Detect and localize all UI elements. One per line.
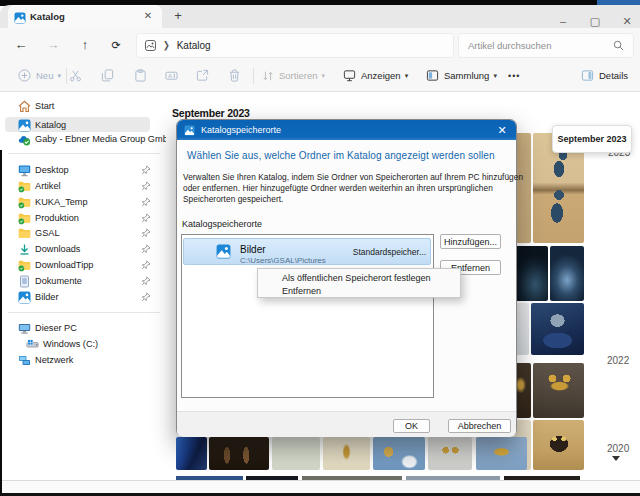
gallery-icon (18, 119, 31, 132)
up-icon[interactable]: ↑ (76, 36, 94, 54)
sidebar-item-dokumente[interactable]: Dokumente (0, 273, 166, 289)
collection-button[interactable]: Sammlung ▾ (426, 60, 497, 91)
cut-button[interactable] (69, 60, 82, 91)
share-button[interactable] (196, 60, 209, 91)
sort-label: Sortieren (279, 70, 318, 81)
photo-thumbnail[interactable] (428, 437, 472, 470)
folder-sync-icon (18, 196, 31, 209)
collection-label: Sammlung (444, 70, 489, 81)
photo-thumbnail[interactable] (323, 437, 370, 470)
sidebar-item-windows-c[interactable]: Windows (C:) (0, 336, 166, 352)
address-bar[interactable]: ❯ Katalog (136, 33, 454, 58)
svg-text:A: A (168, 73, 172, 79)
minimize-button[interactable]: – (548, 14, 578, 28)
group-header: September 2023 (172, 107, 250, 119)
forward-icon[interactable]: → (44, 36, 62, 54)
sidebar-item-dieser-pc[interactable]: Dieser PC (0, 320, 166, 336)
dialog-title: Katalogspeicherorte (201, 125, 281, 135)
breadcrumb[interactable]: Katalog (177, 40, 211, 51)
dialog-description: Verwalten Sie Ihren Katalog, indem Sie O… (183, 172, 523, 205)
desktop-icon (18, 164, 31, 177)
sidebar-item-onedrive[interactable]: Gaby - Ebner Media Group GmbH (0, 131, 166, 147)
cut-icon (69, 69, 82, 82)
details-button[interactable]: Details (581, 60, 628, 91)
sidebar-item-gsal[interactable]: GSAL (0, 225, 166, 241)
photo-thumbnail[interactable] (531, 303, 584, 355)
picture-icon (216, 244, 231, 259)
see-more-button[interactable]: ••• (508, 60, 520, 91)
photo-thumbnail[interactable] (209, 437, 269, 470)
photo-thumbnail[interactable] (533, 363, 584, 418)
network-icon (18, 354, 31, 367)
timeline-down-arrow-icon[interactable] (612, 456, 620, 461)
catalog-locations-list[interactable]: Bilder C:\Users\GSAL\Pictures Standardsp… (181, 234, 434, 398)
explorer-window: Katalog ✕ + – ▢ ✕ ← → ↑ ⟳ ❯ Katalog Arti… (0, 0, 640, 496)
copy-button[interactable] (101, 60, 114, 91)
sidebar-item-downloadtipp[interactable]: DownloadTipp (0, 257, 166, 273)
folder-icon (18, 227, 31, 240)
pin-icon (141, 181, 151, 191)
sidebar-item-downloads[interactable]: Downloads (0, 241, 166, 257)
new-label: Neu (36, 70, 53, 81)
list-item-bilder[interactable]: Bilder C:\Users\GSAL\Pictures Standardsp… (183, 238, 431, 265)
photo-thumbnail[interactable] (176, 437, 207, 470)
dialog-heading: Wählen Sie aus, welche Ordner im Katalog… (187, 150, 495, 161)
photo-thumbnail[interactable] (550, 246, 584, 301)
computer-icon (18, 322, 31, 335)
trash-icon (228, 69, 241, 82)
new-button[interactable]: Neu ▾ (18, 60, 61, 91)
timeline-year-2022[interactable]: 2022 (607, 355, 629, 366)
search-input[interactable]: Artikel durchsuchen (468, 40, 613, 51)
gallery-icon (14, 12, 26, 24)
delete-button[interactable] (228, 60, 241, 91)
download-icon (18, 243, 31, 256)
photo-thumbnail[interactable] (373, 437, 425, 470)
folder-sync-icon (18, 259, 31, 272)
sidebar-item-start[interactable]: Start (0, 98, 166, 114)
pin-icon (141, 213, 151, 223)
cancel-button[interactable]: Abbrechen (448, 419, 511, 433)
rename-button[interactable]: A (165, 60, 178, 91)
sidebar-item-artikel[interactable]: Artikel (0, 178, 166, 194)
sidebar-item-desktop[interactable]: Desktop (0, 162, 166, 178)
context-menu: Als öffentlichen Speicherort festlegen E… (257, 268, 461, 298)
desktop-edge-left (0, 150, 2, 496)
sort-icon (262, 70, 274, 82)
pin-icon (141, 165, 151, 175)
new-tab-button[interactable]: + (170, 8, 186, 24)
photo-thumbnail[interactable] (272, 437, 320, 470)
details-pane-icon (581, 69, 594, 82)
pin-icon (141, 260, 151, 270)
sidebar-item-kuka-temp[interactable]: KUKA_Temp (0, 194, 166, 210)
plus-circle-icon (18, 69, 31, 82)
menu-item-remove[interactable]: Entfernen (282, 286, 321, 296)
sort-button[interactable]: Sortieren ▾ (262, 60, 325, 91)
menu-item-set-public-location[interactable]: Als öffentlichen Speicherort festlegen (282, 273, 430, 283)
sidebar-item-produktion[interactable]: Produktion (0, 210, 166, 226)
sidebar-separator (8, 312, 160, 313)
timeline-year-2020[interactable]: 2020 (607, 443, 629, 454)
search-box[interactable]: Artikel durchsuchen (458, 33, 634, 58)
list-label: Katalogspeicherorte (182, 219, 262, 229)
dialog-titlebar[interactable]: Katalogspeicherorte ✕ (177, 120, 516, 140)
view-button[interactable]: Anzeigen ▾ (343, 60, 408, 91)
sidebar-item-bilder[interactable]: Bilder (0, 289, 166, 305)
refresh-icon[interactable]: ⟳ (107, 36, 125, 54)
photo-thumbnail[interactable] (533, 420, 584, 470)
tab-close-icon[interactable]: ✕ (142, 10, 154, 22)
folder-sync-icon (18, 212, 31, 225)
catalog-locations-dialog: Katalogspeicherorte ✕ Wählen Sie aus, we… (176, 119, 517, 437)
pin-icon (141, 197, 151, 207)
ok-button[interactable]: OK (393, 419, 430, 433)
cloud-sync-icon (18, 133, 31, 146)
photo-thumbnail[interactable] (476, 437, 527, 470)
sidebar-item-netzwerk[interactable]: Netzwerk (0, 352, 166, 368)
maximize-button[interactable]: ▢ (580, 14, 610, 28)
close-button[interactable]: ✕ (612, 14, 640, 28)
tab-katalog[interactable]: Katalog ✕ (8, 5, 162, 28)
collection-icon (426, 69, 439, 82)
dialog-close-icon[interactable]: ✕ (495, 123, 509, 137)
add-button[interactable]: Hinzufügen... (440, 234, 501, 249)
back-icon[interactable]: ← (12, 36, 30, 54)
paste-button[interactable] (134, 60, 147, 91)
